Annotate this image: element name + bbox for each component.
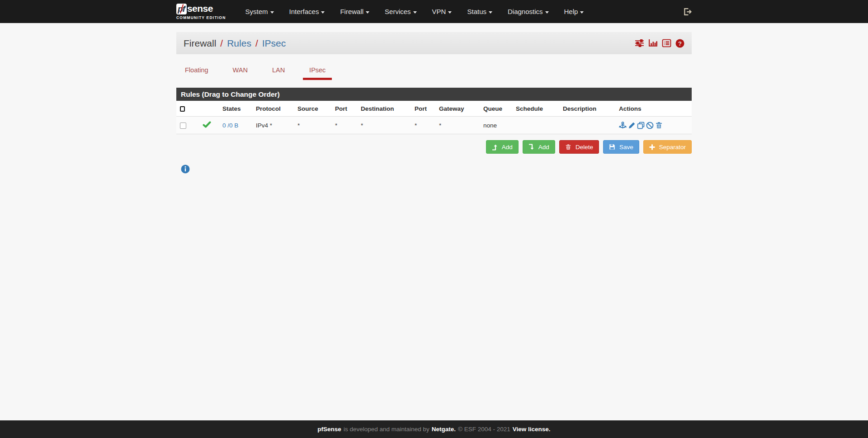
footer-netgate-link[interactable]: Netgate.: [432, 426, 456, 433]
rule-source-port: *: [331, 117, 357, 134]
main-menu: System Interfaces Firewall Services VPN …: [238, 0, 592, 23]
col-actions: Actions: [615, 101, 692, 117]
pfsense-logo-sense: sense: [187, 3, 213, 14]
delete-trash-icon[interactable]: [655, 122, 663, 129]
col-protocol: Protocol: [252, 101, 294, 117]
tab-lan[interactable]: LAN: [266, 61, 291, 80]
footer-brand: pfSense: [317, 426, 341, 433]
breadcrumb-link-rules[interactable]: Rules: [227, 38, 251, 49]
menu-item-services[interactable]: Services: [377, 0, 425, 23]
col-description: Description: [559, 101, 615, 117]
rule-queue: none: [480, 117, 512, 134]
anchor-icon[interactable]: [619, 122, 627, 129]
breadcrumb-section: Firewall: [184, 38, 216, 49]
level-up-arrow-icon: [492, 144, 498, 151]
menu-item-firewall[interactable]: Firewall: [332, 0, 377, 23]
col-states: States: [219, 101, 252, 117]
chevron-down-icon: [545, 11, 549, 14]
col-source: Source: [294, 101, 331, 117]
breadcrumb-separator: /: [220, 38, 223, 49]
rules-panel-title: Rules (Drag to Change Order): [176, 88, 692, 101]
chevron-down-icon: [413, 11, 417, 14]
chevron-down-icon: [366, 11, 369, 14]
page-header: Firewall / Rules / IPsec: [176, 32, 692, 54]
menu-item-help[interactable]: Help: [557, 0, 592, 23]
rule-destination: *: [357, 117, 411, 134]
log-list-icon[interactable]: [662, 39, 671, 47]
rule-schedule: [512, 117, 559, 134]
col-queue: Queue: [480, 101, 512, 117]
menu-item-system[interactable]: System: [238, 0, 282, 23]
menu-item-vpn[interactable]: VPN: [425, 0, 460, 23]
pfsense-logo[interactable]: pf sense COMMUNITY EDITION: [176, 3, 226, 20]
menu-item-diagnostics[interactable]: Diagnostics: [500, 0, 557, 23]
copy-icon[interactable]: [637, 122, 645, 129]
rule-gateway: *: [435, 117, 480, 134]
help-icon[interactable]: ?: [675, 39, 684, 48]
tab-floating[interactable]: Floating: [179, 61, 215, 80]
chevron-down-icon: [580, 11, 584, 14]
filter-sliders-icon[interactable]: [635, 39, 644, 47]
col-gateway: Gateway: [435, 101, 480, 117]
delete-button[interactable]: Delete: [559, 140, 599, 154]
footer-text: is developed and maintained by: [344, 426, 429, 433]
col-destination-port: Port: [411, 101, 435, 117]
add-rule-top-button[interactable]: Add: [486, 140, 519, 154]
level-down-arrow-icon: [528, 144, 534, 151]
rule-description: [559, 117, 615, 134]
rule-actions: [619, 122, 688, 129]
tab-wan[interactable]: WAN: [226, 61, 254, 80]
rule-states-link[interactable]: 0 /0 B: [222, 122, 238, 129]
interface-tabs: Floating WAN LAN IPsec: [176, 61, 692, 80]
rule-enabled-check-icon[interactable]: [203, 121, 211, 128]
status-chart-icon[interactable]: [648, 39, 658, 47]
separator-button-label: Separator: [659, 144, 686, 151]
rule-destination-port: *: [411, 117, 435, 134]
disable-ban-icon[interactable]: [646, 122, 654, 129]
chevron-down-icon: [448, 11, 452, 14]
trash-icon: [565, 144, 571, 151]
chevron-down-icon: [270, 11, 274, 14]
pfsense-logo-pf: pf: [176, 4, 187, 14]
menu-item-status[interactable]: Status: [459, 0, 500, 23]
top-navbar: pf sense COMMUNITY EDITION System Interf…: [0, 0, 868, 23]
footer-license-link[interactable]: View license.: [513, 426, 551, 433]
info-icon[interactable]: [181, 165, 190, 174]
sign-out-icon[interactable]: [683, 7, 692, 16]
separator-button[interactable]: Separator: [643, 140, 692, 154]
breadcrumb-link-ipsec[interactable]: IPsec: [262, 38, 286, 49]
breadcrumb-separator: /: [255, 38, 258, 49]
tab-ipsec[interactable]: IPsec: [303, 61, 332, 80]
add-rule-bottom-button[interactable]: Add: [523, 140, 555, 154]
breadcrumb: Firewall / Rules / IPsec: [184, 38, 286, 49]
select-all-checkbox[interactable]: [180, 106, 185, 112]
rule-protocol: IPv4 *: [252, 117, 294, 134]
rule-source: *: [294, 117, 331, 134]
footer-copyright: © ESF 2004 - 2021: [458, 426, 510, 433]
chevron-down-icon: [489, 11, 492, 14]
rule-row[interactable]: 0 /0 B IPv4 * * * * * * none: [176, 117, 692, 134]
floppy-save-icon: [609, 144, 615, 150]
add-button-label: Add: [538, 144, 549, 151]
col-source-port: Port: [331, 101, 357, 117]
plus-icon: [649, 144, 655, 150]
rules-action-buttons: Add Add Delete: [176, 140, 692, 154]
menu-item-interfaces[interactable]: Interfaces: [282, 0, 333, 23]
col-schedule: Schedule: [512, 101, 559, 117]
col-status: [199, 101, 219, 117]
chevron-down-icon: [321, 11, 325, 14]
delete-button-label: Delete: [576, 144, 593, 151]
rule-checkbox[interactable]: [180, 122, 186, 129]
svg-text:?: ?: [678, 40, 682, 47]
save-button-label: Save: [619, 144, 633, 151]
save-button[interactable]: Save: [603, 140, 639, 154]
rules-panel: Rules (Drag to Change Order) States Prot…: [176, 88, 692, 134]
rules-table: States Protocol Source Port Destination …: [176, 101, 692, 134]
edit-pencil-icon[interactable]: [628, 122, 636, 129]
pfsense-logo-edition: COMMUNITY EDITION: [176, 15, 226, 20]
rules-header-row: States Protocol Source Port Destination …: [176, 101, 692, 117]
col-destination: Destination: [357, 101, 411, 117]
footer: pfSense is developed and maintained by N…: [0, 420, 868, 438]
add-button-label: Add: [502, 144, 513, 151]
